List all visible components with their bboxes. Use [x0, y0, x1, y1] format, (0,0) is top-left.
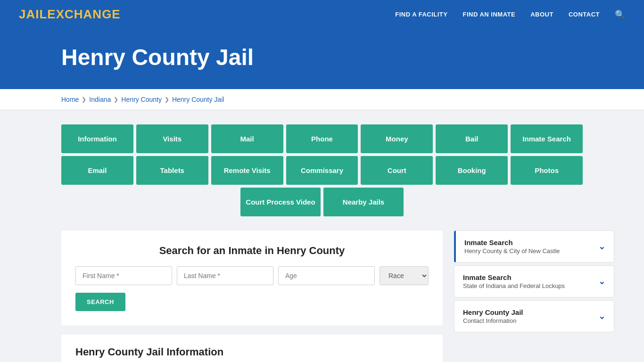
- search-icon[interactable]: 🔍: [615, 9, 625, 20]
- hero-section: Henry County Jail: [0, 30, 644, 89]
- logo-x: E: [47, 7, 56, 21]
- btn-booking[interactable]: Booking: [436, 156, 508, 185]
- page-title: Henry County Jail: [61, 44, 583, 70]
- age-input[interactable]: [278, 266, 375, 285]
- search-button[interactable]: SEARCH: [75, 293, 125, 311]
- sidebar-titles-state: Inmate Search State of Indiana and Feder…: [463, 273, 565, 289]
- btn-bail[interactable]: Bail: [436, 124, 508, 153]
- btn-photos[interactable]: Photos: [511, 156, 583, 185]
- first-name-input[interactable]: [75, 266, 172, 285]
- main-nav: FIND A FACILITY FIND AN INMATE ABOUT CON…: [395, 9, 625, 20]
- category-grid-row3: Court Process Video Nearby Jails: [61, 188, 583, 216]
- btn-inmate-search[interactable]: Inmate Search: [511, 124, 583, 153]
- btn-information[interactable]: Information: [61, 124, 133, 153]
- main-content: Information Visits Mail Phone Money Bail…: [0, 110, 644, 362]
- race-select[interactable]: Race White Black Hispanic Asian Other: [380, 266, 429, 285]
- sidebar-card-header-contact[interactable]: Henry County Jail Contact Information ⌄: [454, 301, 614, 332]
- btn-mail[interactable]: Mail: [211, 124, 283, 153]
- btn-phone[interactable]: Phone: [286, 124, 358, 153]
- category-grid-row2: Email Tablets Remote Visits Commissary C…: [61, 156, 583, 185]
- left-column: Search for an Inmate in Henry County Rac…: [61, 230, 443, 362]
- sidebar-title-main-state: Inmate Search: [463, 273, 565, 281]
- logo-exchange: XCHANGE: [56, 7, 121, 21]
- breadcrumb-home[interactable]: Home: [61, 96, 79, 103]
- sidebar-title-main-contact: Henry County Jail: [463, 308, 523, 316]
- btn-nearby-jails[interactable]: Nearby Jails: [323, 188, 404, 216]
- btn-commissary[interactable]: Commissary: [286, 156, 358, 185]
- chevron-down-icon-state: ⌄: [598, 276, 605, 287]
- sidebar-titles-contact: Henry County Jail Contact Information: [463, 308, 523, 324]
- nav-contact[interactable]: CONTACT: [569, 11, 600, 18]
- search-form: Race White Black Hispanic Asian Other: [75, 266, 429, 285]
- sidebar-card-contact[interactable]: Henry County Jail Contact Information ⌄: [454, 300, 614, 332]
- breadcrumb-sep-1: ❯: [82, 96, 86, 103]
- info-title: Henry County Jail Information: [75, 346, 429, 358]
- sidebar-card-header-local[interactable]: Inmate Search Henry County & City of New…: [456, 231, 614, 262]
- sidebar-card-header-state[interactable]: Inmate Search State of Indiana and Feder…: [454, 266, 614, 297]
- inmate-search-section: Search for an Inmate in Henry County Rac…: [61, 230, 443, 325]
- sidebar-card-inmate-search-local[interactable]: Inmate Search Henry County & City of New…: [454, 230, 614, 263]
- btn-court[interactable]: Court: [361, 156, 433, 185]
- sidebar-title-sub-state: State of Indiana and Federal Lockups: [463, 282, 565, 289]
- nav-find-inmate[interactable]: FIND AN INMATE: [462, 11, 515, 18]
- btn-visits[interactable]: Visits: [136, 124, 208, 153]
- sidebar-titles-local: Inmate Search Henry County & City of New…: [464, 239, 560, 255]
- header: JAILEXCHANGE FIND A FACILITY FIND AN INM…: [0, 0, 644, 30]
- content-row: Search for an Inmate in Henry County Rac…: [61, 230, 583, 362]
- sidebar-card-inmate-search-state[interactable]: Inmate Search State of Indiana and Feder…: [454, 265, 614, 297]
- sidebar: Inmate Search Henry County & City of New…: [454, 230, 614, 335]
- search-title: Search for an Inmate in Henry County: [75, 245, 429, 257]
- breadcrumb-sep-3: ❯: [165, 96, 169, 103]
- btn-tablets[interactable]: Tablets: [136, 156, 208, 185]
- category-grid-row1: Information Visits Mail Phone Money Bail…: [61, 124, 583, 153]
- btn-remote-visits[interactable]: Remote Visits: [211, 156, 283, 185]
- btn-money[interactable]: Money: [361, 124, 433, 153]
- logo-jail: JAIL: [19, 7, 47, 21]
- last-name-input[interactable]: [177, 266, 273, 285]
- btn-court-process-video[interactable]: Court Process Video: [240, 188, 321, 216]
- breadcrumb-current: Henry County Jail: [172, 96, 224, 103]
- sidebar-title-sub-local: Henry County & City of New Castle: [464, 247, 560, 255]
- btn-email[interactable]: Email: [61, 156, 133, 185]
- chevron-down-icon-contact: ⌄: [598, 311, 605, 321]
- breadcrumb-henry-county[interactable]: Henry County: [121, 96, 162, 103]
- sidebar-title-sub-contact: Contact Information: [463, 317, 523, 324]
- breadcrumb-indiana[interactable]: Indiana: [89, 96, 111, 103]
- info-section: Henry County Jail Information: [61, 335, 443, 362]
- nav-find-facility[interactable]: FIND A FACILITY: [395, 11, 447, 18]
- breadcrumb-sep-2: ❯: [114, 96, 118, 103]
- chevron-down-icon-local: ⌄: [598, 241, 605, 252]
- breadcrumb: Home ❯ Indiana ❯ Henry County ❯ Henry Co…: [61, 96, 583, 103]
- breadcrumb-bar: Home ❯ Indiana ❯ Henry County ❯ Henry Co…: [0, 89, 644, 110]
- sidebar-title-main-local: Inmate Search: [464, 239, 560, 247]
- nav-about[interactable]: ABOUT: [530, 11, 553, 18]
- logo[interactable]: JAILEXCHANGE: [19, 7, 121, 22]
